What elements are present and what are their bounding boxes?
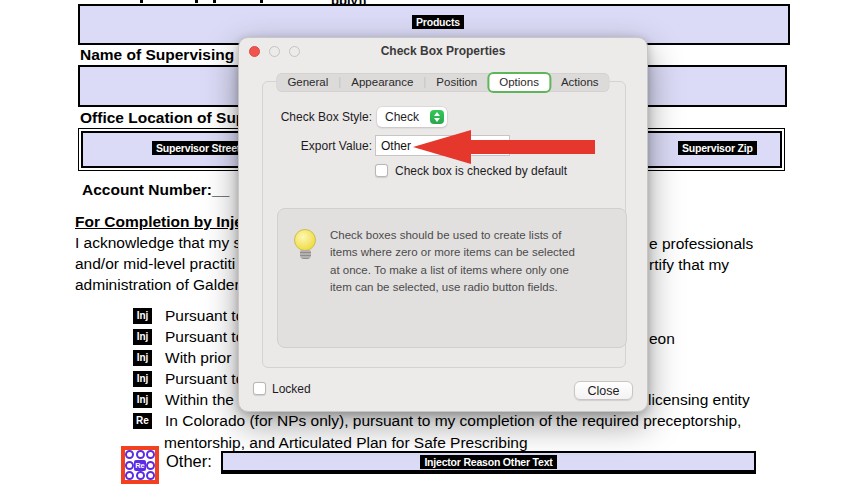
- field-name-tag-injector-reason: Injector Reason Other Text: [420, 455, 556, 469]
- red-arrow-annotation: [413, 130, 471, 164]
- tab-appearance[interactable]: Appearance: [340, 73, 424, 92]
- injector-field-badge[interactable]: Inj: [133, 392, 152, 408]
- text-remnant-mark: [195, 0, 198, 3]
- lightbulb-icon: [293, 229, 319, 263]
- list-fragment-right: eon: [649, 330, 675, 348]
- supervising-heading: Name of Supervising H: [80, 46, 250, 64]
- checked-by-default-checkbox[interactable]: [375, 164, 388, 177]
- list-item-text: Pursuant to: [165, 307, 244, 324]
- info-text: Check boxes should be used to create lis…: [330, 227, 586, 296]
- list-fragment-right: licensing entity: [648, 391, 750, 409]
- tab-options[interactable]: Options: [487, 72, 551, 93]
- paragraph-fragment-right: rtify that my: [649, 256, 729, 274]
- selection-handle[interactable]: [146, 450, 155, 459]
- checkbox-style-value: Check: [385, 110, 419, 124]
- selection-handle[interactable]: [125, 471, 134, 480]
- dialog-tabs: General Appearance Position Options Acti…: [276, 73, 609, 92]
- export-value-label: Export Value:: [259, 139, 372, 153]
- selection-handle[interactable]: [146, 461, 155, 470]
- list-item-text: With prior: [165, 349, 231, 366]
- list-item: Inj Pursuant to: [133, 329, 244, 345]
- paragraph-line: I acknowledge that my s: [75, 234, 241, 252]
- red-arrow-annotation-shaft: [469, 140, 595, 154]
- text-remnant-mark: [140, 0, 143, 3]
- selection-handles-icon: Re: [125, 450, 155, 480]
- re-field-badge[interactable]: Re: [133, 413, 152, 429]
- list-item: Inj With prior: [133, 350, 231, 366]
- list-item: Inj Pursuant to: [133, 308, 244, 324]
- pdf-form-page: pply)) Products Name of Supervising H Of…: [0, 0, 846, 501]
- selected-field-badge: Re: [134, 460, 146, 471]
- account-number-label: Account Number:__: [82, 181, 229, 199]
- dropdown-stepper-icon: [430, 110, 444, 124]
- selection-handle[interactable]: [125, 461, 134, 470]
- field-name-tag-products: Products: [412, 15, 464, 29]
- injector-field-badge[interactable]: Inj: [133, 350, 152, 366]
- dialog-title: Check Box Properties: [239, 44, 647, 58]
- selection-handle[interactable]: [125, 450, 134, 459]
- office-location-heading: Office Location of Supe: [80, 109, 254, 127]
- tab-actions[interactable]: Actions: [550, 73, 610, 92]
- field-name-tag-supervisor-street: Supervisor Street: [152, 141, 244, 155]
- injector-field-badge[interactable]: Inj: [133, 308, 152, 324]
- list-item-text: Within the: [165, 391, 234, 408]
- completion-heading: For Completion by Injec: [75, 213, 252, 231]
- paragraph-line: administration of Galder: [75, 276, 240, 294]
- text-remnant-mark: [213, 0, 216, 3]
- injector-reason-other-text-field[interactable]: Injector Reason Other Text: [221, 451, 756, 474]
- other-label: Other:: [166, 452, 212, 471]
- checkbox-style-label: Check Box Style:: [259, 110, 372, 124]
- locked-checkbox[interactable]: [253, 382, 266, 395]
- text-remnant-mark: [260, 0, 263, 3]
- tab-position[interactable]: Position: [425, 73, 488, 92]
- list-item: Re In Colorado (for NPs only), pursuant …: [133, 413, 741, 429]
- checkbox-properties-dialog: Check Box Properties General Appearance …: [238, 37, 648, 412]
- list-item-text: Pursuant to: [165, 328, 244, 345]
- checked-by-default-label: Check box is checked by default: [395, 164, 567, 178]
- list-item-text: In Colorado (for NPs only), pursuant to …: [165, 412, 741, 429]
- paragraph-fragment-right: e professionals: [649, 235, 753, 253]
- field-name-tag-supervisor-zip: Supervisor Zip: [678, 141, 757, 155]
- tab-general[interactable]: General: [276, 73, 339, 92]
- other-checkbox-field-selected[interactable]: Re: [121, 446, 159, 484]
- checkbox-style-dropdown[interactable]: Check: [377, 107, 447, 127]
- list-item-text: Pursuant to: [165, 370, 244, 387]
- injector-field-badge[interactable]: Inj: [133, 371, 152, 387]
- colorado-line-2: mentorship, and Articulated Plan for Saf…: [164, 434, 528, 452]
- list-item: Inj Within the: [133, 392, 234, 408]
- selection-handle[interactable]: [146, 471, 155, 480]
- injector-field-badge[interactable]: Inj: [133, 329, 152, 345]
- paragraph-line: and/or mid-level practiti: [75, 255, 235, 273]
- close-button[interactable]: Close: [574, 381, 633, 400]
- selection-handle[interactable]: [136, 471, 145, 480]
- locked-label: Locked: [272, 382, 311, 396]
- info-box: Check boxes should be used to create lis…: [277, 208, 627, 348]
- list-item: Inj Pursuant to: [133, 371, 244, 387]
- selection-handle[interactable]: [136, 450, 145, 459]
